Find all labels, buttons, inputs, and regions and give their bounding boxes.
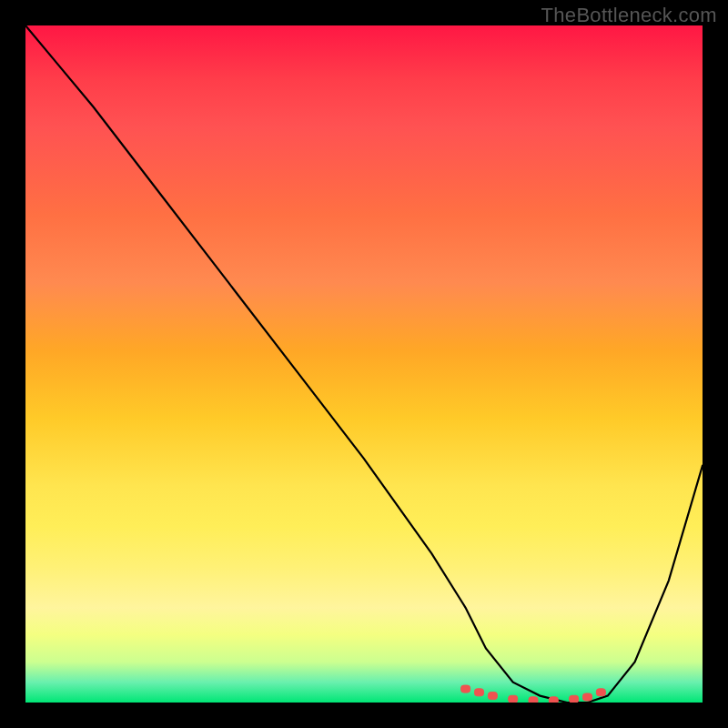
svg-rect-7	[583, 693, 592, 701]
svg-rect-0	[461, 685, 470, 693]
watermark-text: TheBottleneck.com	[541, 4, 717, 27]
bottleneck-curve	[25, 25, 703, 703]
svg-rect-4	[529, 697, 538, 703]
flat-zone-markers	[461, 685, 606, 703]
svg-rect-6	[570, 695, 579, 703]
svg-rect-5	[549, 697, 558, 703]
svg-rect-3	[509, 695, 518, 703]
svg-rect-1	[475, 689, 484, 696]
chart-svg	[25, 25, 703, 703]
svg-rect-8	[596, 689, 605, 696]
svg-rect-2	[488, 693, 497, 700]
chart-gradient-area	[25, 25, 703, 703]
